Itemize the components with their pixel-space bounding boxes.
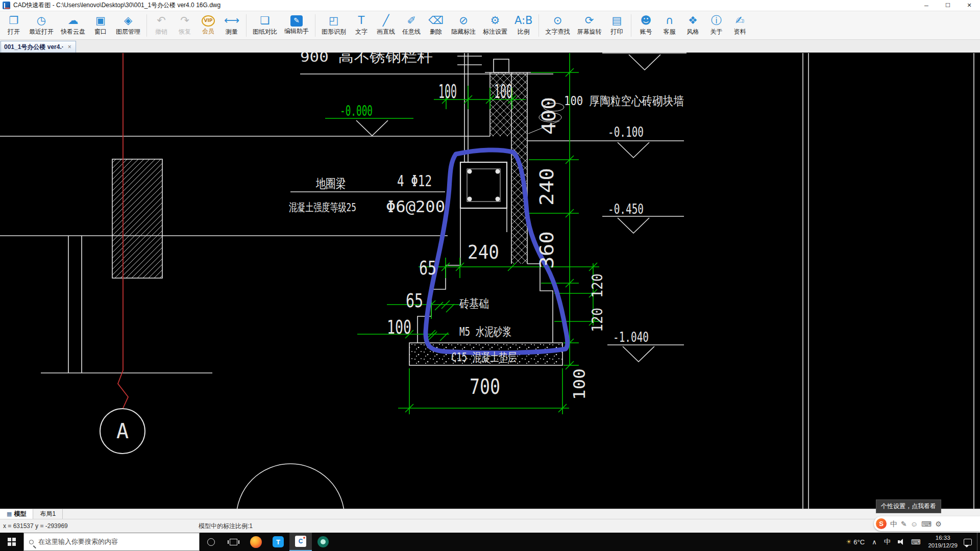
toolbar-print[interactable]: ▤打印 <box>605 13 628 37</box>
toolbar-label: 窗口 <box>94 28 107 36</box>
cortana-button[interactable] <box>200 533 222 551</box>
toolbar-materials[interactable]: ✍资料 <box>728 13 751 37</box>
toolbar-shape-recognition[interactable]: ◰图形识别 <box>318 13 350 37</box>
toolbar-window[interactable]: ▣窗口 <box>89 13 112 37</box>
toolbar-annotation-settings[interactable]: ⚙标注设置 <box>479 13 511 37</box>
cad-label: -0.450 <box>608 202 644 217</box>
drawing-compare-icon: ❏ <box>260 14 270 27</box>
cad-label: 100 <box>438 80 457 103</box>
toolbar-redo[interactable]: ↷恢复 <box>173 13 197 37</box>
start-button[interactable] <box>0 533 23 551</box>
weather-temp: 6°C <box>853 538 865 546</box>
drawing-canvas[interactable]: 900 高不锈钢栏杆100100100 厚陶粒空心砖砌块墙-0.000-0.10… <box>0 53 980 509</box>
ime-keyboard-icon[interactable]: ⌨ <box>921 520 932 528</box>
document-tab[interactable]: 001_1号办公楼 ver4.· × <box>1 41 76 53</box>
toolbar-label: 任意线 <box>402 28 421 36</box>
toolbar-drawing-compare[interactable]: ❏图纸对比 <box>249 13 281 37</box>
title-bar: CAD快速看图 - C:\Users\lenovo\Desktop\30\001… <box>0 0 980 11</box>
toolbar-label: 图层管理 <box>116 28 140 36</box>
ime-toolbox-icon[interactable]: ⚙ <box>935 520 942 528</box>
toolbar-vip-member[interactable]: VIP会员 <box>197 14 220 37</box>
volume-icon[interactable] <box>898 539 904 545</box>
ime-tooltip: 个性设置，点我看看 <box>876 499 941 513</box>
cad-label: C15 混凝土垫层 <box>451 350 517 364</box>
toolbar-recent-open[interactable]: ◷最近打开 <box>26 13 57 37</box>
text-search-icon: ⊙ <box>553 14 562 27</box>
clock-time: 16:33 <box>928 534 958 542</box>
toolbar-label: 账号 <box>640 28 652 36</box>
weather-widget[interactable]: ☀ 6°C <box>846 538 865 546</box>
toolbar-separator <box>246 14 247 37</box>
toolbar-label: 打开 <box>8 28 20 36</box>
toolbar-draw-straight-line[interactable]: ╱画直线 <box>373 13 399 37</box>
app-meeting[interactable] <box>312 533 334 551</box>
app-firefox[interactable] <box>244 533 267 551</box>
toolbar-label: 快看云盘 <box>61 28 85 36</box>
toolbar-label: 风格 <box>687 28 699 36</box>
taskbar-clock[interactable]: 16:33 2019/12/29 <box>928 534 958 549</box>
measure-icon: ⟷ <box>224 14 239 27</box>
hidden-icons-chevron[interactable]: ∧ <box>872 538 877 546</box>
toolbar-delete[interactable]: ⌫删除 <box>424 13 448 37</box>
customer-service-icon: ∩ <box>666 14 673 27</box>
taskbar-search-input[interactable]: 在这里输入你要搜索的内容 <box>23 533 200 551</box>
minimize-button[interactable]: ─ <box>916 0 937 11</box>
tim-icon: T <box>273 536 284 547</box>
toolbar-label: 删除 <box>430 28 442 36</box>
toolbar-undo[interactable]: ↶撤销 <box>150 13 173 37</box>
toolbar-layer-manager[interactable]: ◈图层管理 <box>112 13 144 37</box>
toolbar-customer-service[interactable]: ∩客服 <box>657 13 681 37</box>
toolbar-account[interactable]: ☻账号 <box>634 13 657 37</box>
toolbar-separator <box>538 14 539 37</box>
toolbar-label: 关于 <box>710 28 722 36</box>
toolbar-text-tool[interactable]: T文字 <box>350 13 373 37</box>
meeting-app-icon <box>317 536 329 547</box>
toolbar-open[interactable]: ❐打开 <box>2 13 26 37</box>
tab-model[interactable]: ▦ 模型 <box>0 509 33 519</box>
action-center-icon[interactable] <box>964 539 972 545</box>
ime-pen-icon[interactable]: ✎ <box>901 520 907 528</box>
show-desktop-button[interactable] <box>977 533 980 551</box>
window-icon: ▣ <box>95 14 106 27</box>
delete-icon: ⌫ <box>428 14 444 27</box>
toolbar-cloud-drive[interactable]: ☁快看云盘 <box>57 13 89 37</box>
toolbar-separator <box>631 14 631 37</box>
ime-language-indicator[interactable]: 中 <box>884 537 891 546</box>
scale-icon: A:B <box>514 14 532 27</box>
firefox-icon <box>250 536 262 548</box>
cad-label: -0.100 <box>608 124 644 140</box>
app-cad-viewer-active[interactable]: C <box>289 533 312 551</box>
toolbar-text-search[interactable]: ⊙文字查找 <box>542 13 573 37</box>
shape-recognition-icon: ◰ <box>329 14 339 27</box>
touch-keyboard-icon[interactable]: ⌨ <box>911 538 921 546</box>
toolbar-edit-assistant[interactable]: ✎编辑助手 <box>281 14 312 37</box>
about-icon: ⓘ <box>711 14 722 27</box>
toolbar-label: 隐藏标注 <box>451 28 476 36</box>
toolbar-about[interactable]: ⓘ关于 <box>704 13 728 37</box>
cad-label: 砖基础 <box>459 297 489 310</box>
toolbar-label: 图纸对比 <box>253 28 277 36</box>
edit-assistant-icon: ✎ <box>290 15 303 27</box>
toolbar-hide-annotation[interactable]: ⊘隐藏标注 <box>448 13 479 37</box>
toolbar-label: 打印 <box>610 28 623 36</box>
sogou-logo-icon[interactable]: S <box>876 518 887 529</box>
tab-layout1[interactable]: 布局1 <box>33 509 63 519</box>
toolbar-screen-rotate[interactable]: ⟳屏幕旋转 <box>573 13 605 37</box>
maximize-button[interactable]: ☐ <box>937 0 959 11</box>
task-view-button[interactable] <box>222 533 244 551</box>
toolbar-measure[interactable]: ⟷测量 <box>220 13 243 37</box>
ime-emoji-icon[interactable]: ☺ <box>911 520 918 528</box>
status-bar: x = 631537 y = -293969 模型中的标注比例:1 <box>0 519 980 533</box>
tab-close-icon[interactable]: × <box>68 43 71 51</box>
toolbar-freehand-line[interactable]: ✐任意线 <box>399 13 424 37</box>
toolbar: ❐打开◷最近打开☁快看云盘▣窗口◈图层管理↶撤销↷恢复VIP会员⟷测量❏图纸对比… <box>0 11 980 40</box>
ime-chinese-mode[interactable]: 中 <box>890 520 897 528</box>
layout-tab-bar: ▦ 模型 布局1 <box>0 509 980 519</box>
toolbar-scale[interactable]: A:B比例 <box>511 13 536 37</box>
close-button[interactable]: ✕ <box>959 0 980 11</box>
toolbar-style[interactable]: ❖风格 <box>681 13 704 37</box>
toolbar-separator <box>146 14 147 37</box>
app-tim[interactable]: T <box>267 533 289 551</box>
toolbar-label: 屏幕旋转 <box>577 28 601 36</box>
document-tab-bar: 001_1号办公楼 ver4.· × <box>0 40 980 53</box>
